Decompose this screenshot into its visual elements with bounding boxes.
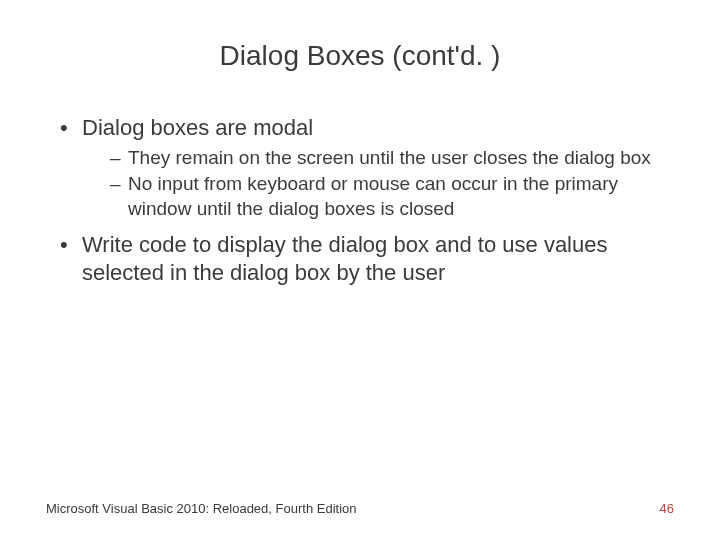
sub-list-item: They remain on the screen until the user… bbox=[110, 146, 674, 170]
list-item-text: Write code to display the dialog box and… bbox=[82, 232, 607, 285]
sub-list-item-text: They remain on the screen until the user… bbox=[128, 147, 651, 168]
sub-list-item: No input from keyboard or mouse can occu… bbox=[110, 172, 674, 221]
slide-title: Dialog Boxes (cont'd. ) bbox=[46, 40, 674, 72]
footer-source: Microsoft Visual Basic 2010: Reloaded, F… bbox=[46, 501, 356, 516]
sub-list: They remain on the screen until the user… bbox=[82, 146, 674, 221]
sub-list-item-text: No input from keyboard or mouse can occu… bbox=[128, 173, 618, 218]
bullet-list: Dialog boxes are modal They remain on th… bbox=[46, 114, 674, 287]
list-item: Dialog boxes are modal They remain on th… bbox=[60, 114, 674, 221]
list-item-text: Dialog boxes are modal bbox=[82, 115, 313, 140]
list-item: Write code to display the dialog box and… bbox=[60, 231, 674, 287]
slide: Dialog Boxes (cont'd. ) Dialog boxes are… bbox=[0, 0, 720, 540]
footer: Microsoft Visual Basic 2010: Reloaded, F… bbox=[46, 501, 674, 516]
page-number: 46 bbox=[660, 501, 674, 516]
